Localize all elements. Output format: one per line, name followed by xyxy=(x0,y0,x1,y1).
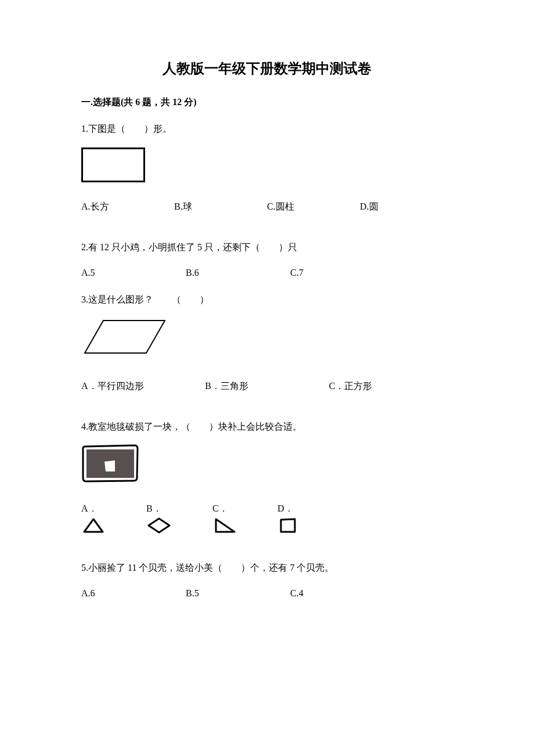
q5-opt-c: C.4 xyxy=(290,586,395,600)
svg-marker-3 xyxy=(84,519,103,532)
q3-options: A．平行四边形 B．三角形 C．正方形 xyxy=(81,379,453,393)
q4-opt-c: C． xyxy=(212,502,237,534)
question-2: 2.有 12 只小鸡，小明抓住了 5 只，还剩下（ ）只 A.5 B.6 C.7 xyxy=(81,240,453,280)
square-icon xyxy=(277,517,298,534)
q3-text: 3.这是什么图形？ （ ） xyxy=(81,293,453,307)
triangle-icon xyxy=(81,517,106,534)
q2-text: 2.有 12 只小鸡，小明抓住了 5 只，还剩下（ ）只 xyxy=(81,240,453,254)
q4-options: A． B． C． D． xyxy=(81,502,453,534)
q5-opt-b: B.5 xyxy=(186,586,290,600)
q4-opt-a-label: A． xyxy=(81,502,106,516)
page-title: 人教版一年级下册数学期中测试卷 xyxy=(81,58,453,79)
svg-marker-5 xyxy=(216,519,234,532)
q4-opt-c-label: C． xyxy=(212,502,237,516)
q2-opt-c: C.7 xyxy=(290,266,395,280)
q2-opt-a: A.5 xyxy=(81,266,186,280)
q2-options: A.5 B.6 C.7 xyxy=(81,266,453,280)
q5-opt-a: A.6 xyxy=(81,586,186,600)
q1-opt-c: C.圆柱 xyxy=(267,200,360,214)
parallelogram-icon xyxy=(81,317,453,362)
q4-opt-b: B． xyxy=(146,502,172,534)
q3-opt-a: A．平行四边形 xyxy=(81,379,205,393)
right-triangle-icon xyxy=(212,517,237,534)
q3-opt-b: B．三角形 xyxy=(205,379,329,393)
q3-opt-c: C．正方形 xyxy=(329,379,453,393)
svg-marker-2 xyxy=(104,460,115,471)
question-4: 4.教室地毯破损了一块，（ ）块补上会比较合适。 A． B． C． xyxy=(81,420,453,534)
q5-options: A.6 B.5 C.4 xyxy=(81,586,453,600)
svg-marker-0 xyxy=(85,321,165,353)
q4-text: 4.教室地毯破损了一块，（ ）块补上会比较合适。 xyxy=(81,420,453,434)
carpet-icon xyxy=(81,444,453,488)
question-3: 3.这是什么图形？ （ ） A．平行四边形 B．三角形 C．正方形 xyxy=(81,293,453,393)
q2-opt-b: B.6 xyxy=(186,266,290,280)
q5-text: 5.小丽捡了 11 个贝壳，送给小美（ ）个，还有 7 个贝壳。 xyxy=(81,561,453,575)
q4-opt-d: D． xyxy=(277,502,298,534)
question-1: 1.下图是（ ）形。 A.长方 B.球 C.圆柱 D.圆 xyxy=(81,122,453,214)
q4-opt-b-label: B． xyxy=(146,502,172,516)
q1-options: A.长方 B.球 C.圆柱 D.圆 xyxy=(81,200,453,214)
section-1-head: 一.选择题(共 6 题，共 12 分) xyxy=(81,95,453,109)
q1-opt-a: A.长方 xyxy=(81,200,174,214)
q1-text: 1.下图是（ ）形。 xyxy=(81,122,453,136)
rectangle-icon xyxy=(81,147,145,182)
q4-opt-a: A． xyxy=(81,502,106,534)
q1-opt-d: D.圆 xyxy=(360,200,453,214)
question-5: 5.小丽捡了 11 个贝壳，送给小美（ ）个，还有 7 个贝壳。 A.6 B.5… xyxy=(81,561,453,600)
rhombus-icon xyxy=(146,517,172,534)
q4-opt-d-label: D． xyxy=(277,502,298,516)
q1-opt-b: B.球 xyxy=(174,200,267,214)
svg-marker-4 xyxy=(149,519,169,532)
